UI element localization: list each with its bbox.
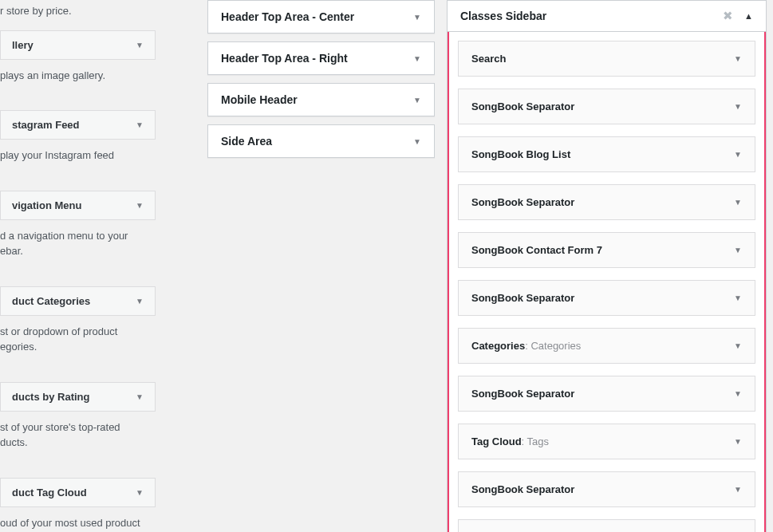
chevron-down-icon: ▼ [136, 120, 144, 129]
widget-instagram-desc: play your Instagram feed [0, 140, 156, 175]
section-title: Header Top Area - Center [221, 10, 354, 23]
chevron-down-icon: ▼ [734, 485, 742, 494]
widget-desc-price-filter: r store by price. [0, 0, 156, 30]
chevron-down-icon: ▼ [734, 246, 742, 254]
chevron-down-icon: ▼ [734, 198, 742, 207]
widget-nav-menu-desc: d a navigation menu to your ebar. [0, 220, 156, 270]
sidebar-widget-item[interactable]: SongBook Separator▼ [458, 471, 755, 507]
chevron-down-icon: ▼ [413, 54, 421, 63]
chevron-down-icon: ▼ [413, 96, 421, 104]
sidebar-widget-item[interactable]: SongBook Separator▼ [458, 89, 755, 124]
widget-instagram-header[interactable]: stagram Feed ▼ [0, 110, 156, 140]
classes-sidebar-header[interactable]: Classes Sidebar ✖ ▲ [448, 1, 766, 32]
widget-nav-menu-title: vigation Menu [12, 199, 81, 211]
widget-product-tag-title: duct Tag Cloud [12, 487, 87, 499]
classes-sidebar-panel: Classes Sidebar ✖ ▲ Search▼SongBook Sepa… [447, 0, 767, 532]
sidebar-widget-item[interactable]: Image▼ [458, 519, 755, 532]
sidebar-widget-title: SongBook Separator [471, 100, 574, 112]
chevron-down-icon: ▼ [734, 389, 742, 398]
chevron-down-icon: ▼ [413, 137, 421, 146]
chevron-down-icon: ▼ [136, 201, 144, 210]
widget-product-categories-title: duct Categories [12, 295, 90, 307]
widget-products-rating-desc: st of your store's top-rated ducts. [0, 412, 156, 462]
sidebar-widget-title: SongBook Contact Form 7 [471, 244, 602, 256]
section-side-area[interactable]: Side Area ▼ [207, 124, 435, 158]
chevron-down-icon: ▼ [413, 13, 421, 22]
classes-sidebar-content: Search▼SongBook Separator▼SongBook Blog … [448, 32, 766, 532]
section-title: Header Top Area - Right [221, 52, 348, 65]
sidebar-widget-suffix: : Tags [522, 435, 549, 447]
chevron-up-icon[interactable]: ▲ [744, 11, 753, 21]
section-mobile-header[interactable]: Mobile Header ▼ [207, 83, 435, 116]
sidebar-widget-item[interactable]: SongBook Separator▼ [458, 184, 755, 220]
widget-product-tag-header[interactable]: duct Tag Cloud ▼ [0, 478, 156, 507]
widget-products-rating-title: ducts by Rating [12, 391, 90, 403]
sidebar-widget-title: Categories: Categories [471, 340, 581, 352]
close-icon[interactable]: ✖ [723, 9, 733, 23]
chevron-down-icon: ▼ [734, 437, 742, 446]
sidebar-widget-item[interactable]: Search▼ [458, 41, 755, 77]
section-title: Mobile Header [221, 93, 298, 106]
chevron-down-icon: ▼ [136, 41, 144, 49]
sidebar-widget-item[interactable]: SongBook Blog List▼ [458, 136, 755, 172]
sidebar-widget-title: SongBook Separator [471, 388, 574, 400]
sidebar-widget-title: Tag Cloud: Tags [471, 435, 549, 447]
chevron-down-icon: ▼ [136, 488, 144, 497]
chevron-down-icon: ▼ [734, 150, 742, 159]
widget-product-categories-header[interactable]: duct Categories ▼ [0, 286, 156, 316]
sidebar-widget-title: SongBook Separator [471, 292, 574, 304]
sidebar-widget-suffix: : Categories [525, 340, 581, 352]
chevron-down-icon: ▼ [136, 297, 144, 305]
chevron-down-icon: ▼ [734, 102, 742, 111]
sidebar-widget-item[interactable]: Tag Cloud: Tags▼ [458, 424, 755, 459]
widget-gallery-desc: plays an image gallery. [0, 60, 156, 95]
classes-sidebar-title: Classes Sidebar [460, 10, 546, 22]
chevron-down-icon: ▼ [734, 294, 742, 302]
section-header-top-right[interactable]: Header Top Area - Right ▼ [207, 41, 435, 75]
widget-gallery-header[interactable]: llery ▼ [0, 30, 156, 60]
widget-products-rating-header[interactable]: ducts by Rating ▼ [0, 382, 156, 412]
sidebar-widget-item[interactable]: Categories: Categories▼ [458, 328, 755, 364]
sidebar-widget-title: SongBook Blog List [471, 148, 570, 160]
section-title: Side Area [221, 135, 272, 148]
sidebar-widget-title: SongBook Separator [471, 483, 574, 495]
widget-product-categories-desc: st or dropdown of product egories. [0, 316, 156, 366]
widget-gallery-title: llery [12, 39, 34, 51]
sidebar-widget-item[interactable]: SongBook Separator▼ [458, 376, 755, 412]
sidebar-widget-title: Search [471, 53, 506, 65]
widget-instagram-title: stagram Feed [12, 119, 80, 131]
widget-product-tag-desc: oud of your most used product s. [0, 507, 156, 533]
sidebar-widget-title: SongBook Separator [471, 196, 574, 208]
chevron-down-icon: ▼ [734, 54, 742, 63]
widget-nav-menu-header[interactable]: vigation Menu ▼ [0, 191, 156, 220]
sidebar-widget-item[interactable]: SongBook Contact Form 7▼ [458, 232, 755, 268]
sidebar-widget-item[interactable]: SongBook Separator▼ [458, 280, 755, 316]
chevron-down-icon: ▼ [136, 392, 144, 401]
section-header-top-center[interactable]: Header Top Area - Center ▼ [207, 0, 435, 33]
chevron-down-icon: ▼ [734, 341, 742, 350]
